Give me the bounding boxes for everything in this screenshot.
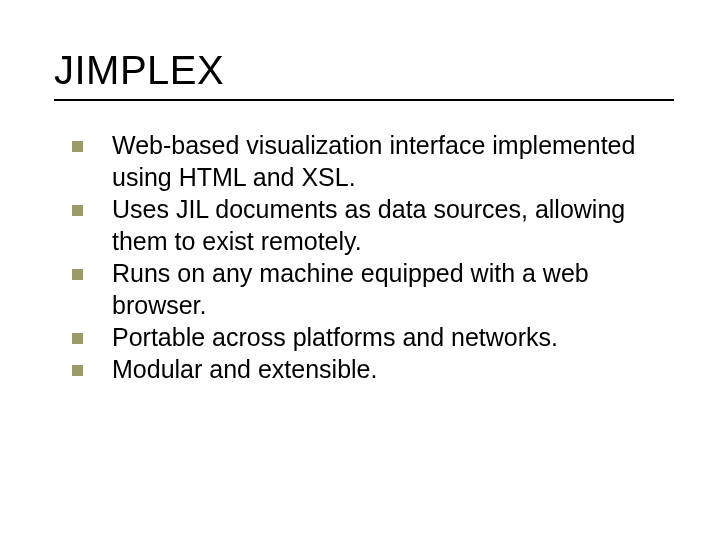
bullet-list: Web-based visualization interface implem… [68,129,668,385]
title-divider [54,99,674,101]
bullet-text: Web-based visualization interface implem… [112,131,635,191]
list-item: Runs on any machine equipped with a web … [68,257,668,321]
list-item: Portable across platforms and networks. [68,321,668,353]
list-item: Web-based visualization interface implem… [68,129,668,193]
list-item: Uses JIL documents as data sources, allo… [68,193,668,257]
slide-title: JIMPLEX [54,48,666,93]
slide: JIMPLEX Web-based visualization interfac… [0,0,720,540]
bullet-text: Modular and extensible. [112,355,377,383]
bullet-text: Uses JIL documents as data sources, allo… [112,195,625,255]
bullet-text: Runs on any machine equipped with a web … [112,259,589,319]
bullet-text: Portable across platforms and networks. [112,323,558,351]
list-item: Modular and extensible. [68,353,668,385]
